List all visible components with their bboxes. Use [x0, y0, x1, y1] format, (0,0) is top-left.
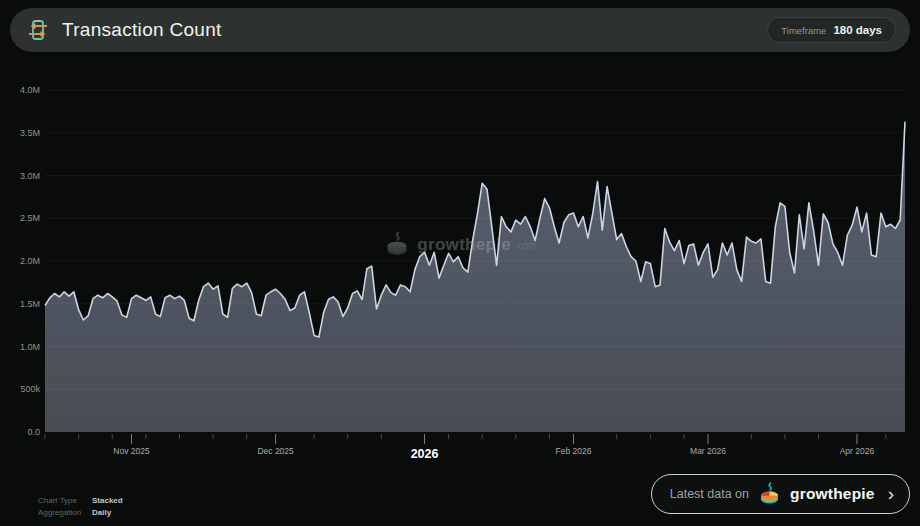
- aggregation-label: Aggregation: [38, 508, 92, 517]
- x-axis-label: Feb 2026: [556, 446, 592, 456]
- x-axis-label: Mar 2026: [690, 446, 726, 456]
- y-axis-label: 2.0M: [20, 256, 40, 266]
- aggregation-value: Daily: [92, 508, 111, 517]
- chart-type-value: Stacked: [92, 496, 123, 505]
- chart-type-label: Chart Type: [38, 496, 92, 505]
- chart-type-row: Chart Type Stacked: [38, 496, 123, 505]
- y-axis-label: 1.5M: [20, 299, 40, 309]
- x-axis-label: Nov 2025: [113, 446, 150, 456]
- area-fill: [45, 122, 905, 432]
- y-axis-label: 3.5M: [20, 128, 40, 138]
- transaction-count-chart[interactable]: Nov 2025Dec 20252026Feb 2026Mar 2026Apr …: [0, 70, 920, 465]
- title-wrap: Transaction Count: [24, 16, 222, 44]
- timeframe-label: Timeframe: [781, 25, 826, 36]
- cta-brand: growthepie: [790, 485, 875, 503]
- y-axis-label: 4.0M: [20, 85, 40, 95]
- page-title: Transaction Count: [62, 19, 222, 41]
- x-axis-label: Apr 2026: [840, 446, 875, 456]
- y-axis-label: 1.0M: [20, 342, 40, 352]
- y-axis-label: 0.0: [27, 427, 40, 437]
- chevron-right-icon: ›: [888, 484, 894, 503]
- y-axis-label: 3.0M: [20, 171, 40, 181]
- transactions-swap-icon: [24, 16, 52, 44]
- y-axis-label: 2.5M: [20, 213, 40, 223]
- cta-prefix: Latest data on: [670, 487, 749, 501]
- aggregation-row: Aggregation Daily: [38, 508, 123, 517]
- chart-meta: Chart Type Stacked Aggregation Daily: [38, 493, 123, 517]
- timeframe-value: 180 days: [833, 24, 882, 36]
- header-bar: Transaction Count Timeframe 180 days: [10, 8, 910, 52]
- timeframe-selector[interactable]: Timeframe 180 days: [767, 17, 896, 43]
- y-axis-label: 500k: [20, 384, 40, 394]
- x-axis-label: 2026: [411, 447, 439, 461]
- latest-data-button[interactable]: Latest data on growthepie ›: [651, 474, 910, 514]
- growthepie-logo-icon: [757, 482, 782, 507]
- x-axis-label: Dec 2025: [257, 446, 294, 456]
